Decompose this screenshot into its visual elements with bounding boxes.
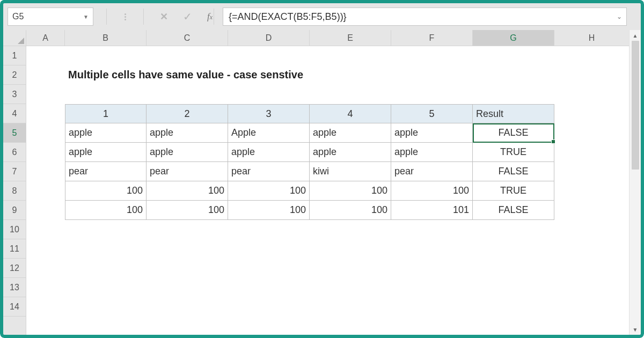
table-cell[interactable]: 100 — [310, 181, 391, 201]
table-cell[interactable]: 100 — [228, 181, 310, 201]
name-box-dropdown-icon[interactable]: ▼ — [83, 14, 89, 20]
cell[interactable] — [26, 46, 65, 65]
table-cell[interactable]: apple — [310, 143, 391, 162]
cell[interactable] — [26, 65, 65, 85]
cell[interactable] — [26, 239, 65, 259]
cell[interactable] — [473, 85, 554, 104]
cell-grid[interactable]: Multiple cells have same value - case se… — [26, 46, 641, 335]
cell[interactable] — [391, 46, 473, 65]
cell[interactable] — [310, 85, 391, 104]
cell[interactable] — [228, 278, 310, 297]
cell[interactable] — [391, 278, 473, 297]
table-cell[interactable]: apple — [310, 123, 391, 143]
table-header[interactable]: 4 — [310, 104, 391, 123]
cell[interactable] — [26, 85, 65, 104]
table-cell[interactable]: apple — [391, 143, 473, 162]
cell[interactable] — [26, 220, 65, 239]
cell[interactable] — [228, 65, 310, 85]
cell[interactable] — [26, 162, 65, 181]
result-cell[interactable]: FALSE — [473, 162, 554, 181]
cell[interactable] — [554, 201, 630, 220]
cell[interactable] — [473, 259, 554, 278]
cell[interactable] — [310, 259, 391, 278]
col-header[interactable]: A — [26, 30, 65, 46]
col-header[interactable]: H — [554, 30, 630, 46]
col-header[interactable]: C — [147, 30, 228, 46]
cell[interactable] — [554, 259, 630, 278]
result-cell[interactable]: FALSE — [473, 201, 554, 220]
table-cell[interactable]: apple — [391, 123, 473, 143]
cell[interactable] — [147, 220, 228, 239]
cell[interactable] — [310, 65, 391, 85]
table-cell[interactable]: apple — [147, 123, 228, 143]
cell[interactable] — [26, 278, 65, 297]
cell[interactable] — [473, 220, 554, 239]
cell[interactable] — [554, 65, 630, 85]
cell[interactable] — [65, 278, 147, 297]
cell[interactable] — [147, 85, 228, 104]
row-header[interactable]: 12 — [3, 259, 26, 278]
table-header[interactable]: 3 — [228, 104, 310, 123]
cell[interactable] — [65, 297, 147, 317]
cell[interactable] — [65, 46, 147, 65]
cell[interactable] — [147, 278, 228, 297]
vertical-scrollbar[interactable]: ▲ ▼ — [629, 30, 641, 335]
col-header[interactable]: F — [391, 30, 473, 46]
cell[interactable] — [228, 297, 310, 317]
table-cell[interactable]: apple — [228, 143, 310, 162]
drag-handle-icon[interactable] — [123, 13, 127, 20]
table-cell[interactable]: 100 — [228, 201, 310, 220]
scrollbar-thumb[interactable] — [632, 41, 639, 170]
row-header[interactable]: 2 — [3, 65, 26, 85]
cell[interactable] — [26, 259, 65, 278]
row-header[interactable]: 8 — [3, 181, 26, 201]
table-cell[interactable]: 100 — [65, 201, 147, 220]
row-header[interactable]: 6 — [3, 143, 26, 162]
scroll-down-icon[interactable]: ▼ — [630, 324, 641, 335]
cell[interactable] — [473, 297, 554, 317]
table-cell[interactable]: 100 — [147, 201, 228, 220]
row-header[interactable]: 7 — [3, 162, 26, 181]
cell[interactable] — [473, 46, 554, 65]
cell[interactable] — [65, 220, 147, 239]
cell[interactable] — [554, 239, 630, 259]
table-header[interactable]: 5 — [391, 104, 473, 123]
result-cell[interactable]: TRUE — [473, 181, 554, 201]
row-header[interactable]: 5 — [3, 123, 26, 143]
cell[interactable] — [310, 46, 391, 65]
cell[interactable] — [147, 65, 228, 85]
cell[interactable] — [147, 259, 228, 278]
table-cell[interactable]: apple — [65, 123, 147, 143]
title-cell[interactable]: Multiple cells have same value - case se… — [65, 65, 147, 85]
cell[interactable] — [26, 181, 65, 201]
table-cell[interactable]: 100 — [65, 181, 147, 201]
select-all-corner[interactable] — [3, 30, 26, 46]
table-cell[interactable]: 101 — [391, 201, 473, 220]
result-cell[interactable]: TRUE — [473, 143, 554, 162]
result-cell[interactable]: FALSE — [473, 123, 554, 143]
cell[interactable] — [554, 143, 630, 162]
cell[interactable] — [554, 46, 630, 65]
row-header[interactable]: 3 — [3, 85, 26, 104]
table-cell[interactable]: kiwi — [310, 162, 391, 181]
cell[interactable] — [228, 85, 310, 104]
table-cell[interactable]: pear — [391, 162, 473, 181]
cell[interactable] — [391, 220, 473, 239]
table-cell[interactable]: 100 — [391, 181, 473, 201]
cell[interactable] — [554, 123, 630, 143]
cell[interactable] — [391, 297, 473, 317]
table-cell[interactable]: 100 — [310, 201, 391, 220]
cell[interactable] — [26, 297, 65, 317]
table-cell[interactable]: Apple — [228, 123, 310, 143]
table-header[interactable]: Result — [473, 104, 554, 123]
row-header[interactable]: 9 — [3, 201, 26, 220]
scroll-up-icon[interactable]: ▲ — [630, 30, 641, 41]
table-header[interactable]: 2 — [147, 104, 228, 123]
cell[interactable] — [391, 65, 473, 85]
row-header[interactable]: 14 — [3, 297, 26, 317]
table-header[interactable]: 1 — [65, 104, 147, 123]
col-header[interactable]: B — [65, 30, 147, 46]
cell[interactable] — [554, 278, 630, 297]
cell[interactable] — [391, 85, 473, 104]
cell[interactable] — [26, 201, 65, 220]
